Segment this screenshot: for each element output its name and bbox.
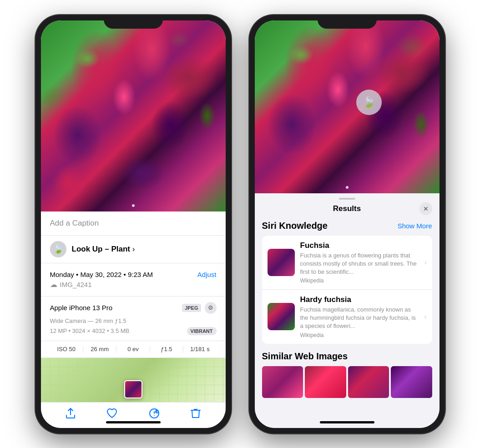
fuchsia-name: Fuchsia xyxy=(300,241,419,250)
left-content: Add a Caption 🍃 Look Up – Plant › Monday… xyxy=(41,20,226,428)
page-indicator xyxy=(132,204,135,207)
hardy-text: Hardy fuchsia Fuchsia magellanica, commo… xyxy=(300,295,419,338)
fuchsia-text: Fuchsia Fuchsia is a genus of flowering … xyxy=(300,241,419,284)
lookup-icon-circle: 🍃 xyxy=(50,241,66,257)
fuchsia-thumbnail xyxy=(268,249,295,276)
close-button[interactable]: ✕ xyxy=(419,202,432,215)
notch-left xyxy=(104,15,163,29)
hardy-name: Hardy fuchsia xyxy=(300,295,419,304)
leaf-icon: 🍃 xyxy=(53,244,63,254)
settings-icon[interactable]: ⚙ xyxy=(205,302,217,314)
adjust-button[interactable]: Adjust xyxy=(197,271,217,278)
similar-thumb-3[interactable] xyxy=(348,366,389,398)
date-info-section: Monday • May 30, 2022 • 9:23 AM Adjust ☁… xyxy=(41,263,226,297)
leaf-icon-right: 🍃 xyxy=(362,96,376,109)
date-row: Monday • May 30, 2022 • 9:23 AM Adjust xyxy=(50,271,217,278)
share-button[interactable] xyxy=(66,408,76,419)
camera-model: Apple iPhone 13 Pro xyxy=(50,304,113,312)
visual-search-button[interactable]: 🍃 xyxy=(356,90,382,115)
filename-text: IMG_4241 xyxy=(60,281,92,288)
exif-ev: 0 ev xyxy=(116,346,149,352)
siri-knowledge-title: Siri Knowledge xyxy=(262,221,328,231)
right-screen: 🍃 Results ✕ Siri Knowledge Show More xyxy=(255,20,440,428)
similar-title: Similar Web Images xyxy=(262,351,348,361)
bottom-toolbar: ✦ xyxy=(41,402,226,428)
show-more-button[interactable]: Show More xyxy=(398,222,432,230)
results-header: Results ✕ xyxy=(255,200,440,217)
similar-thumb-4[interactable] xyxy=(391,366,432,398)
left-screen: Add a Caption 🍃 Look Up – Plant › Monday… xyxy=(41,20,226,428)
similar-thumb-1[interactable] xyxy=(262,366,303,398)
vibrant-badge: VIBRANT xyxy=(187,327,217,335)
page-indicator-right xyxy=(346,186,349,189)
heart-button[interactable] xyxy=(106,408,117,418)
cloud-icon: ☁ xyxy=(50,280,57,289)
mp-row: 12 MP • 3024 × 4032 • 3.5 MB VIBRANT xyxy=(50,327,217,335)
badge-group: JPEG ⚙ xyxy=(182,302,216,314)
left-phone: Add a Caption 🍃 Look Up – Plant › Monday… xyxy=(35,15,231,433)
right-phone: 🍃 Results ✕ Siri Knowledge Show More xyxy=(249,15,445,433)
flower-photo-right[interactable]: 🍃 xyxy=(255,20,440,193)
exif-iso: ISO 50 xyxy=(50,346,83,352)
camera-section: Apple iPhone 13 Pro JPEG ⚙ Wide Camera —… xyxy=(41,297,226,341)
info-button[interactable]: ✦ xyxy=(149,408,160,419)
map-photo-thumb xyxy=(124,380,142,398)
siri-knowledge-header: Siri Knowledge Show More xyxy=(262,221,432,231)
results-title: Results xyxy=(333,204,361,213)
right-content: 🍃 Results ✕ Siri Knowledge Show More xyxy=(255,20,440,428)
lookup-label-plain: – Plant xyxy=(103,245,130,253)
lookup-row[interactable]: 🍃 Look Up – Plant › xyxy=(41,236,226,263)
knowledge-item-fuchsia[interactable]: Fuchsia Fuchsia is a genus of flowering … xyxy=(262,236,432,290)
lookup-label-bold: Look Up xyxy=(72,245,103,253)
hardy-desc: Fuchsia magellanica, commonly known as t… xyxy=(300,306,419,331)
knowledge-card: Fuchsia Fuchsia is a genus of flowering … xyxy=(262,236,432,344)
similar-header: Similar Web Images xyxy=(262,351,432,362)
camera-detail: Wide Camera — 26 mm ƒ1.5 xyxy=(50,317,217,324)
flower-photo-left[interactable] xyxy=(41,20,226,211)
similar-images-grid xyxy=(262,366,432,398)
camera-model-row: Apple iPhone 13 Pro JPEG ⚙ xyxy=(50,302,217,314)
notch-right xyxy=(318,15,377,29)
map-preview[interactable] xyxy=(41,358,226,402)
fuchsia-desc: Fuchsia is a genus of flowering plants t… xyxy=(300,252,419,277)
fuchsia-source: Wikipedia xyxy=(300,277,419,284)
exif-shutter: 1/181 s xyxy=(183,346,216,352)
home-indicator-right xyxy=(320,421,374,423)
mp-text: 12 MP • 3024 × 4032 • 3.5 MB xyxy=(50,327,130,334)
svg-text:✦: ✦ xyxy=(156,411,158,413)
jpeg-badge: JPEG xyxy=(182,304,201,312)
exif-row: ISO 50 26 mm 0 ev ƒ1.5 1/181 s xyxy=(41,341,226,358)
trash-button[interactable] xyxy=(191,408,201,419)
caption-placeholder[interactable]: Add a Caption xyxy=(50,219,99,227)
results-content: Siri Knowledge Show More Fuchsia Fuchsia… xyxy=(255,217,440,428)
lookup-label[interactable]: Look Up – Plant › xyxy=(72,245,217,254)
fuchsia-chevron: › xyxy=(424,259,427,266)
hardy-source: Wikipedia xyxy=(300,332,419,338)
home-indicator-left xyxy=(106,421,161,423)
date-text: Monday • May 30, 2022 • 9:23 AM xyxy=(50,271,153,278)
similar-thumb-2[interactable] xyxy=(305,366,346,398)
results-panel: Results ✕ Siri Knowledge Show More xyxy=(255,193,440,428)
caption-area[interactable]: Add a Caption xyxy=(41,211,226,236)
hardy-thumbnail xyxy=(268,303,295,330)
exif-aperture: ƒ1.5 xyxy=(150,346,183,352)
filename-row: ☁ IMG_4241 xyxy=(50,280,217,289)
knowledge-item-hardy[interactable]: Hardy fuchsia Fuchsia magellanica, commo… xyxy=(262,290,432,344)
exif-focal: 26 mm xyxy=(83,346,116,352)
hardy-chevron: › xyxy=(424,313,427,320)
